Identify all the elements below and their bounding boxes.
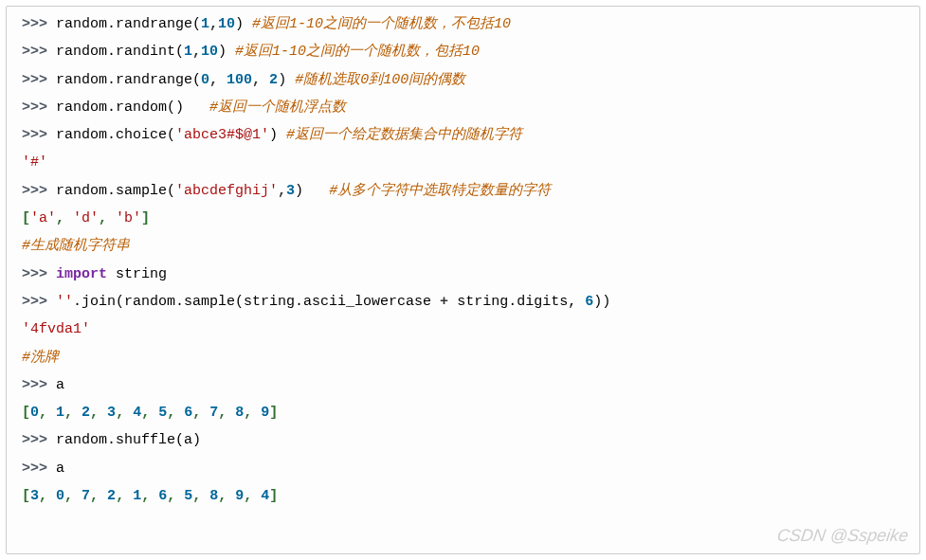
output-sep: , bbox=[218, 405, 235, 421]
output-bracket: ] bbox=[269, 405, 278, 421]
number-literal: 1 bbox=[201, 16, 209, 32]
output-sep: , bbox=[99, 210, 116, 226]
comment: #洗牌 bbox=[22, 350, 59, 366]
number-literal: 4 bbox=[261, 488, 269, 504]
python-prompt: >>> bbox=[22, 127, 56, 143]
number-literal: 1 bbox=[184, 44, 192, 60]
output-bracket: ] bbox=[141, 210, 150, 226]
code-line: >>> random.randint(1,10) #返回1-10之间的一个随机数… bbox=[22, 38, 904, 65]
code-block: >>> random.randrange(1,10) #返回1-10之间的一个随… bbox=[6, 6, 920, 554]
code-line: >>> random.randrange(0, 100, 2) #随机选取0到1… bbox=[22, 66, 904, 94]
number-literal: 100 bbox=[227, 72, 252, 88]
string-literal: 'abcdefghij' bbox=[175, 183, 278, 199]
string-literal: 'abce3#$@1' bbox=[175, 127, 269, 143]
number-literal: 8 bbox=[209, 488, 218, 504]
python-prompt: >>> bbox=[22, 16, 56, 32]
comma: , bbox=[252, 72, 269, 88]
output-line: [0, 1, 2, 3, 4, 5, 6, 7, 8, 9] bbox=[22, 399, 904, 426]
output-sep: , bbox=[39, 405, 56, 421]
code-line: >>> random.shuffle(a) bbox=[22, 426, 904, 454]
number-literal: 7 bbox=[209, 405, 218, 421]
comment-line: #生成随机字符串 bbox=[22, 232, 904, 260]
output-sep: , bbox=[116, 405, 133, 421]
code-line: >>> random.randrange(1,10) #返回1-10之间的一个随… bbox=[22, 10, 904, 38]
output-bracket: [ bbox=[22, 405, 30, 421]
python-prompt: >>> bbox=[22, 461, 56, 477]
code-text: string.digits, bbox=[448, 294, 585, 310]
output-sep: , bbox=[39, 488, 56, 504]
output-line: '#' bbox=[22, 149, 904, 176]
number-literal: 1 bbox=[56, 405, 64, 421]
number-literal: 4 bbox=[133, 405, 141, 421]
number-literal: 10 bbox=[201, 44, 218, 60]
number-literal: 5 bbox=[158, 405, 167, 421]
output-sep: , bbox=[90, 488, 107, 504]
code-text: ) bbox=[269, 127, 286, 143]
number-literal: 2 bbox=[107, 488, 116, 504]
python-prompt: >>> bbox=[22, 432, 56, 448]
python-prompt: >>> bbox=[22, 72, 56, 88]
code-line: >>> random.sample('abcdefghij',3) #从多个字符… bbox=[22, 177, 904, 205]
watermark: CSDN @Sspeike bbox=[775, 522, 910, 550]
output-sep: , bbox=[244, 488, 261, 504]
code-line: >>> a bbox=[22, 371, 904, 399]
output-sep: , bbox=[56, 210, 73, 226]
comment: #从多个字符中选取特定数量的字符 bbox=[329, 183, 551, 199]
number-literal: 3 bbox=[30, 488, 39, 504]
output-sep: , bbox=[192, 405, 209, 421]
comma: , bbox=[209, 16, 218, 32]
number-literal: 3 bbox=[107, 405, 116, 421]
keyword-import: import bbox=[56, 266, 107, 282]
number-literal: 8 bbox=[235, 405, 244, 421]
code-text: random.random() bbox=[56, 99, 209, 116]
python-prompt: >>> bbox=[22, 44, 56, 60]
string-literal: '' bbox=[56, 294, 73, 310]
number-literal: 7 bbox=[82, 488, 90, 504]
output-sep: , bbox=[167, 405, 184, 421]
code-line: >>> random.choice('abce3#$@1') #返回一个给定数据… bbox=[22, 121, 904, 149]
output-sep: , bbox=[116, 488, 133, 504]
number-literal: 6 bbox=[158, 488, 167, 504]
code-text: random.randrange( bbox=[56, 16, 201, 32]
output-string: '4fvda1' bbox=[22, 321, 90, 337]
output-sep: , bbox=[218, 488, 235, 504]
output-sep: , bbox=[244, 405, 261, 421]
output-sep: , bbox=[167, 488, 184, 504]
comment-line: #洗牌 bbox=[22, 344, 904, 371]
output-sep: , bbox=[64, 405, 82, 421]
code-text: a bbox=[56, 377, 64, 393]
code-text: .join(random.sample(string.ascii_lowerca… bbox=[73, 294, 440, 310]
code-text: ) bbox=[295, 183, 329, 199]
code-text: random.shuffle(a) bbox=[56, 432, 201, 448]
output-line: ['a', 'd', 'b'] bbox=[22, 205, 904, 232]
comment: #生成随机字符串 bbox=[22, 238, 130, 254]
comma: , bbox=[192, 44, 201, 60]
output-sep: , bbox=[64, 488, 82, 504]
output-string: 'a' bbox=[30, 210, 56, 226]
python-prompt: >>> bbox=[22, 377, 56, 393]
code-line: >>> import string bbox=[22, 261, 904, 288]
code-line: >>> ''.join(random.sample(string.ascii_l… bbox=[22, 288, 904, 316]
output-sep: , bbox=[192, 488, 209, 504]
code-text: a bbox=[56, 461, 64, 477]
number-literal: 2 bbox=[269, 72, 278, 88]
comment: #返回一个随机浮点数 bbox=[209, 99, 346, 116]
python-prompt: >>> bbox=[22, 266, 56, 282]
number-literal: 5 bbox=[184, 488, 192, 504]
code-text: )) bbox=[593, 294, 610, 310]
comment: #返回1-10之间的一个随机数，不包括10 bbox=[252, 16, 511, 32]
output-string: 'b' bbox=[116, 210, 141, 226]
output-line: '4fvda1' bbox=[22, 316, 904, 343]
comment: #随机选取0到100间的偶数 bbox=[295, 72, 465, 88]
code-text: string bbox=[107, 266, 167, 282]
code-text: random.randrange( bbox=[56, 72, 201, 88]
output-sep: , bbox=[141, 488, 158, 504]
comment: #返回一个给定数据集合中的随机字符 bbox=[286, 127, 522, 143]
output-bracket: ] bbox=[269, 488, 278, 504]
number-literal: 9 bbox=[235, 488, 244, 504]
number-literal: 0 bbox=[30, 405, 39, 421]
python-prompt: >>> bbox=[22, 183, 56, 199]
number-literal: 6 bbox=[184, 405, 192, 421]
code-text: ) bbox=[235, 16, 252, 32]
output-bracket: [ bbox=[22, 488, 30, 504]
